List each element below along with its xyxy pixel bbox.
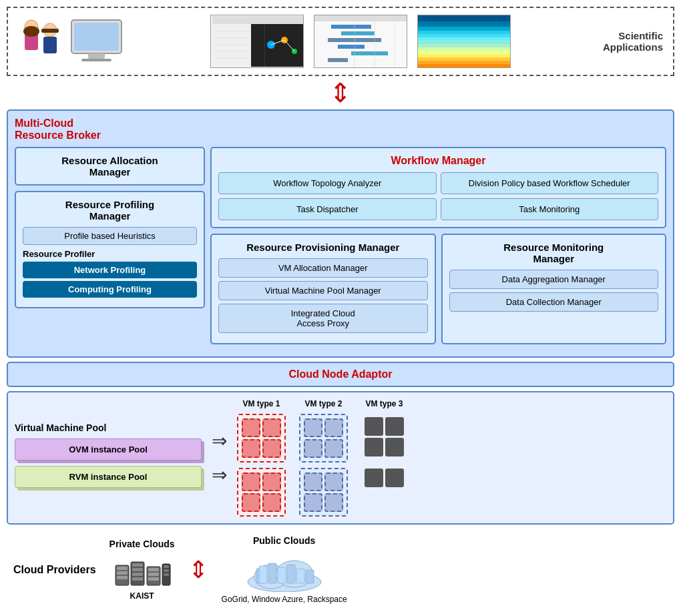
private-clouds: Private Clouds KAIST [109,539,175,601]
ram-title: Resource Allocation Manager [23,155,197,178]
public-cloud-icon [244,549,324,592]
vm-type-2-grid-2 [299,468,348,517]
vm-type-1: VM type 1 [237,399,286,517]
kaist-label: KAIST [130,591,154,601]
app-screenshots [125,15,596,68]
right-col: Workflow Manager Workflow Topology Analy… [210,147,666,344]
broker-section: Multi-Cloud Resource Broker Resource All… [7,109,674,358]
svg-rect-41 [418,34,510,37]
vm-cell [365,438,383,456]
ovm-pool: OVM instance Pool [15,438,202,460]
vm-type-2-grid [299,414,348,463]
svg-rect-11 [212,16,303,24]
svg-rect-27 [331,25,371,29]
monitor-icon [68,17,125,67]
svg-rect-9 [81,59,111,61]
vm-cell [385,469,404,487]
svg-rect-38 [418,21,510,27]
svg-rect-77 [306,570,314,583]
broker-grid: Resource Allocation Manager Resource Pro… [15,147,666,350]
svg-rect-67 [164,573,169,576]
svg-rect-39 [418,27,510,31]
task-monitoring-item: Task Monitoring [441,198,659,220]
ovm-label: OVM instance Pool [15,438,202,460]
vm-pool-title: Virtual Machine Pool [15,422,202,433]
rvm-label: RVM instance Pool [15,466,202,488]
cloud-providers-label: Cloud Providers [13,564,96,576]
svg-rect-8 [88,53,105,59]
svg-rect-44 [418,44,510,47]
svg-rect-7 [74,23,119,51]
svg-rect-52 [117,567,128,570]
vm-pool-left: Virtual Machine Pool OVM instance Pool R… [15,422,202,493]
rpm-title: Resource Profiling Manager [23,199,197,222]
broker-title: Multi-Cloud Resource Broker [15,117,666,141]
svg-rect-72 [259,566,267,583]
rp-title: Resource Provisioning Manager [218,242,428,253]
network-profiling-button[interactable]: Network Profiling [23,262,197,278]
user-icon [18,17,65,67]
svg-rect-59 [132,577,143,581]
vm-cell [262,473,281,491]
vm-cell [304,473,322,491]
vm-type-3-label: VM type 3 [365,399,403,408]
svg-rect-65 [164,565,169,568]
svg-rect-48 [418,57,510,61]
svg-rect-19 [212,24,251,67]
vm-cell [262,493,281,512]
svg-rect-47 [418,54,510,57]
vm-cell [324,439,343,458]
left-col: Resource Allocation Manager Resource Pro… [15,147,205,344]
integrated-cloud-item: Integrated Cloud Access Proxy [218,304,428,333]
wta-item: Workflow Topology Analyzer [218,172,437,194]
private-server-icon [112,552,172,589]
vm-type-2: VM type 2 [299,399,348,517]
vm-cell [324,493,343,512]
rmm-box: Resource Monitoring Manager Data Aggrega… [441,234,667,344]
svg-rect-58 [132,573,143,576]
vm-cell [304,493,322,512]
computing-profiling-button[interactable]: Computing Profiling [23,281,197,298]
svg-rect-40 [418,31,510,34]
vm-cell [262,439,281,458]
screenshot-2 [314,15,407,68]
svg-rect-45 [418,47,510,51]
dpws-item: Division Policy based Workflow Scheduler [441,172,659,194]
private-clouds-label: Private Clouds [109,539,175,549]
svg-rect-32 [328,58,348,62]
public-cloud-names: GoGrid, Window Azure, Rackspace [222,595,347,604]
vm-cell [385,438,404,456]
svg-rect-30 [338,45,365,49]
svg-rect-42 [418,37,510,40]
user-computer-group [18,17,125,67]
vm-type-3-grid [361,414,407,460]
rmm-title: Resource Monitoring Manager [449,242,659,264]
vm-cell [304,439,322,458]
top-arrow: ⇕ [0,76,681,109]
vm-type-2-label: VM type 2 [304,399,342,408]
svg-rect-4 [43,37,57,53]
ram-box: Resource Allocation Manager [15,147,205,186]
svg-rect-57 [132,568,143,571]
svg-rect-50 [418,64,510,68]
top-section: Scientific Applications [7,7,674,76]
rvm-pool: RVM instance Pool [15,466,202,488]
profile-heuristics-item: Profile based Heuristics [23,227,197,245]
vm-type-1-grid-2 [237,468,286,517]
vm-cell [242,473,260,491]
screenshot-1 [210,15,304,68]
vm-pool-manager-item: Virtual Machine Pool Manager [218,281,428,300]
task-dispatcher-item: Task Dispatcher [218,198,437,220]
wm-title: Workflow Manager [218,155,658,167]
cna-section: Cloud Node Adaptor [7,362,674,387]
svg-rect-73 [268,563,276,583]
wm-box: Workflow Manager Workflow Topology Analy… [210,147,666,228]
svg-rect-28 [341,31,375,35]
vm-cell [365,417,383,436]
cloud-providers-section: Cloud Providers Private Clouds KAIST [7,529,674,611]
svg-rect-31 [351,51,388,55]
vm-cell [385,417,404,436]
wm-grid: Workflow Topology Analyzer Division Poli… [218,172,658,220]
svg-rect-61 [148,568,159,571]
vm-type-3: VM type 3 [361,399,407,491]
